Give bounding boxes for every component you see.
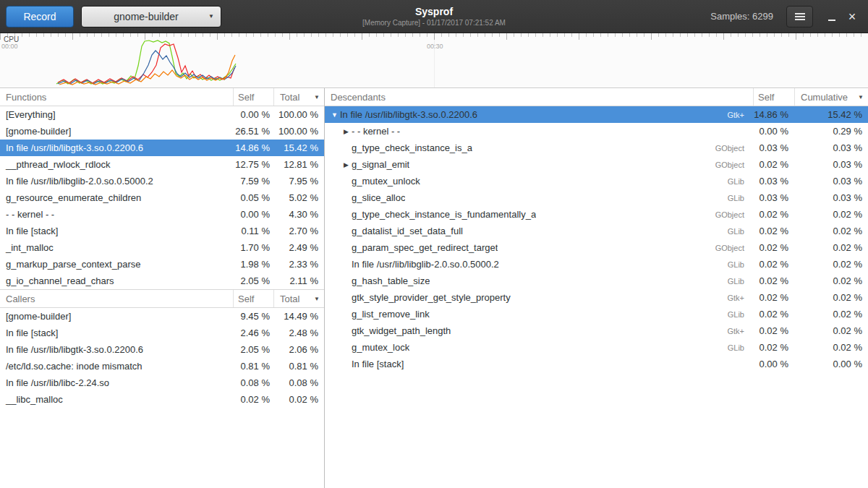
tree-cell-name: g_mutex_unlockGLib: [325, 176, 753, 187]
function-name: _int_malloc: [0, 242, 233, 253]
tree-row[interactable]: In file [stack]0.00 %0.00 %: [325, 356, 868, 372]
column-header-callers[interactable]: Callers: [0, 290, 233, 307]
self-value: 0.00 %: [753, 126, 794, 137]
tree-row[interactable]: g_mutex_lockGLib0.02 %0.02 %: [325, 339, 868, 356]
column-header-descendants[interactable]: Descendants: [325, 88, 753, 106]
minimize-icon: [828, 12, 835, 21]
cumulative-value: 0.02 %: [794, 209, 868, 220]
column-header-total[interactable]: Total ▼: [273, 290, 324, 307]
self-value: 14.86 %: [233, 142, 273, 153]
callers-header-row: Callers Self Total ▼: [0, 289, 324, 308]
function-name: g_datalist_id_set_data_full: [352, 226, 463, 236]
function-name: __libc_malloc: [0, 394, 233, 405]
process-selector-dropdown[interactable]: gnome-builder ▼: [81, 6, 221, 27]
tree-cell-name: In file [stack]: [325, 359, 753, 369]
library-badge: GLib: [720, 194, 753, 202]
tree-row[interactable]: ▼In file /usr/lib/libgtk-3.so.0.2200.6Gt…: [325, 106, 868, 123]
tree-row[interactable]: g_type_check_instance_is_fundamentally_a…: [325, 206, 868, 223]
column-header-cumulative[interactable]: Cumulative ▼: [794, 88, 868, 106]
total-value: 2.06 %: [273, 344, 324, 355]
record-button[interactable]: Record: [6, 6, 74, 27]
function-name: In file /usr/lib/libgtk-3.so.0.2200.6: [0, 344, 233, 355]
headerbar: Record gnome-builder ▼ Sysprof [Memory C…: [0, 0, 868, 33]
function-name: g_resource_enumerate_children: [0, 192, 233, 203]
table-row[interactable]: [Everything]0.00 %100.00 %: [0, 106, 324, 123]
collapse-icon[interactable]: ▼: [329, 111, 340, 119]
library-badge: GLib: [720, 177, 753, 186]
functions-list: [Everything]0.00 %100.00 %[gnome-builder…: [0, 106, 324, 289]
function-name: - - kernel - -: [0, 209, 233, 220]
column-header-self[interactable]: Self: [233, 88, 273, 106]
cumulative-value: 0.02 %: [794, 242, 868, 253]
library-badge: GObject: [708, 144, 753, 153]
sort-arrow-icon: ▼: [314, 296, 320, 302]
self-value: 14.86 %: [753, 109, 794, 120]
tree-row[interactable]: g_type_check_instance_is_aGObject0.03 %0…: [325, 140, 868, 156]
function-name: g_signal_emit: [352, 159, 409, 170]
expand-icon[interactable]: ▶: [341, 128, 352, 135]
tree-row[interactable]: g_datalist_id_set_data_fullGLib0.02 %0.0…: [325, 223, 868, 239]
tree-row[interactable]: gtk_style_provider_get_style_propertyGtk…: [325, 289, 868, 306]
table-row[interactable]: g_resource_enumerate_children0.05 %5.02 …: [0, 189, 324, 206]
table-row[interactable]: _int_malloc1.70 %2.49 %: [0, 239, 324, 256]
tree-cell-name: ▼In file /usr/lib/libgtk-3.so.0.2200.6Gt…: [325, 109, 753, 120]
expand-icon[interactable]: ▶: [341, 161, 352, 168]
table-row[interactable]: - - kernel - -0.00 %4.30 %: [0, 206, 324, 223]
function-name: g_markup_parse_context_parse: [0, 259, 233, 270]
cumulative-value: 0.00 %: [794, 359, 868, 369]
tree-cell-name: gtk_widget_path_lengthGtk+: [325, 325, 753, 336]
cumulative-value: 0.03 %: [794, 142, 868, 153]
cumulative-value: 0.02 %: [794, 342, 868, 353]
column-header-self[interactable]: Self: [753, 88, 794, 106]
column-header-total[interactable]: Total ▼: [273, 88, 324, 106]
cumulative-value: 0.03 %: [794, 159, 868, 170]
self-value: 0.00 %: [233, 209, 273, 220]
function-name: gtk_widget_path_length: [352, 325, 451, 336]
table-row[interactable]: In file [stack]0.11 %2.70 %: [0, 223, 324, 239]
column-header-functions[interactable]: Functions: [0, 88, 233, 106]
tree-row[interactable]: ▶- - kernel - -0.00 %0.29 %: [325, 123, 868, 140]
tree-cell-name: g_slice_allocGLib: [325, 192, 753, 203]
table-row[interactable]: g_markup_parse_context_parse1.98 %2.33 %: [0, 256, 324, 273]
table-row[interactable]: In file [stack]2.46 %2.48 %: [0, 325, 324, 341]
timeline-start-label: 00:00: [1, 43, 18, 50]
close-button[interactable]: ×: [842, 7, 862, 27]
table-row[interactable]: __pthread_rwlock_rdlock12.75 %12.81 %: [0, 156, 324, 173]
library-badge: GLib: [720, 343, 753, 352]
function-name: - - kernel - -: [352, 126, 400, 137]
table-row[interactable]: In file /usr/lib/libc-2.24.so0.08 %0.08 …: [0, 374, 324, 391]
table-row[interactable]: In file /usr/lib/libgtk-3.so.0.2200.614.…: [0, 140, 324, 156]
cumulative-value: 0.02 %: [794, 325, 868, 336]
table-row[interactable]: In file /usr/lib/libgtk-3.so.0.2200.62.0…: [0, 341, 324, 358]
minimize-button[interactable]: [822, 7, 842, 27]
table-row[interactable]: [gnome-builder]26.51 %100.00 %: [0, 123, 324, 140]
library-badge: Gtk+: [720, 294, 753, 302]
function-name: [Everything]: [0, 109, 233, 120]
tree-row[interactable]: gtk_widget_path_lengthGtk+0.02 %0.02 %: [325, 322, 868, 339]
table-row[interactable]: g_io_channel_read_chars2.05 %2.11 %: [0, 273, 324, 289]
menu-button[interactable]: [786, 6, 813, 27]
self-value: 0.02 %: [753, 209, 794, 220]
table-row[interactable]: [gnome-builder]9.45 %14.49 %: [0, 308, 324, 325]
tree-row[interactable]: g_param_spec_get_redirect_targetGObject0…: [325, 239, 868, 256]
cpu-timeline[interactable]: CPU 00:00 00:30: [0, 33, 868, 88]
tree-row[interactable]: g_mutex_unlockGLib0.03 %0.03 %: [325, 173, 868, 189]
table-row[interactable]: /etc/ld.so.cache: inode mismatch0.81 %0.…: [0, 358, 324, 374]
table-row[interactable]: __libc_malloc0.02 %0.02 %: [0, 391, 324, 408]
self-value: 0.02 %: [753, 325, 794, 336]
callers-section: Callers Self Total ▼ [gnome-builder]9.45…: [0, 289, 324, 408]
tree-row[interactable]: g_list_remove_linkGLib0.02 %0.02 %: [325, 306, 868, 322]
tree-row[interactable]: g_hash_table_sizeGLib0.02 %0.02 %: [325, 273, 868, 289]
tree-row[interactable]: ▶g_signal_emitGObject0.02 %0.03 %: [325, 156, 868, 173]
cumulative-value: 0.02 %: [794, 309, 868, 320]
total-value: 100.00 %: [273, 109, 324, 120]
column-header-self[interactable]: Self: [233, 290, 273, 307]
table-row[interactable]: In file /usr/lib/libglib-2.0.so.0.5000.2…: [0, 173, 324, 189]
function-name: g_list_remove_link: [352, 309, 430, 320]
tree-row[interactable]: In file /usr/lib/libglib-2.0.so.0.5000.2…: [325, 256, 868, 273]
total-value: 14.49 %: [273, 311, 324, 322]
tree-row[interactable]: g_slice_allocGLib0.03 %0.03 %: [325, 189, 868, 206]
total-value: 0.08 %: [273, 377, 324, 388]
self-value: 1.98 %: [233, 259, 273, 270]
self-value: 0.02 %: [753, 259, 794, 270]
